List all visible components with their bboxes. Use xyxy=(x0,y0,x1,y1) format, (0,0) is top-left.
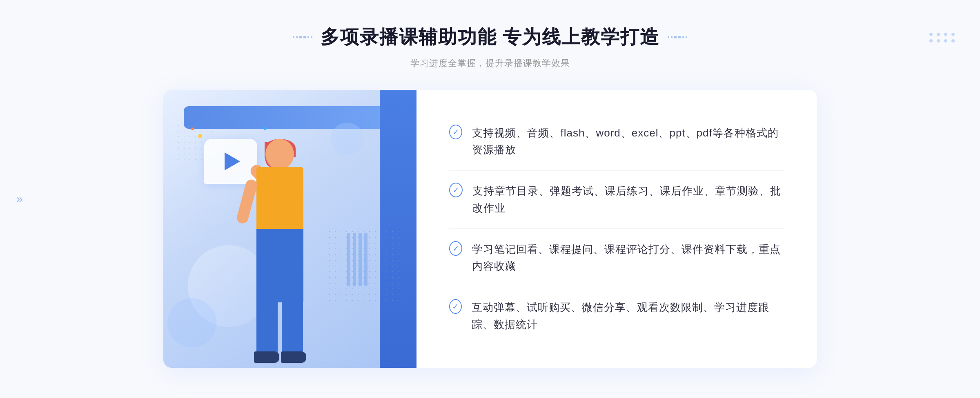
figure-shoe-right xyxy=(281,351,306,363)
check-icon-3: ✓ xyxy=(449,241,462,256)
deco-dot-sm xyxy=(682,36,684,38)
deco-dot-sm xyxy=(296,36,298,38)
left-decoration: » xyxy=(16,193,23,205)
page-title: 多项录播课辅助功能 专为线上教学打造 xyxy=(321,25,660,50)
feature-text-1: 支持视频、音频、flash、word、excel、ppt、pdf等各种格式的资源… xyxy=(472,125,784,159)
page-subtitle: 学习进度全掌握，提升录播课教学效果 xyxy=(0,57,980,69)
title-row: 多项录播课辅助功能 专为线上教学打造 xyxy=(0,25,980,50)
header-section: 多项录播课辅助功能 专为线上教学打造 学习进度全掌握，提升录播课教学效果 xyxy=(0,0,980,69)
check-icon-4: ✓ xyxy=(449,299,462,314)
deco-dot xyxy=(299,36,302,38)
chevron-icon: » xyxy=(16,193,23,205)
feature-text-2: 支持章节目录、弹题考试、课后练习、课后作业、章节测验、批改作业 xyxy=(472,183,784,217)
feature-item-1: ✓ 支持视频、音频、flash、word、excel、ppt、pdf等各种格式的… xyxy=(449,116,784,167)
circle-decoration-3 xyxy=(331,123,363,155)
check-icon-1: ✓ xyxy=(449,125,462,139)
figure-shoe-left xyxy=(254,351,279,363)
feature-item-3: ✓ 学习笔记回看、课程提问、课程评论打分、课件资料下载，重点内容收藏 xyxy=(449,233,784,283)
check-mark-3: ✓ xyxy=(452,244,459,253)
illustration-panel xyxy=(163,90,416,368)
deco-dot xyxy=(303,36,306,38)
figure-arm-down xyxy=(236,178,258,224)
feature-item-4: ✓ 互动弹幕、试听购买、微信分享、观看次数限制、学习进度跟踪、数据统计 xyxy=(449,291,784,341)
figure-leg-right xyxy=(282,298,303,356)
check-icon-2: ✓ xyxy=(449,183,463,197)
feature-item-2: ✓ 支持章节目录、弹题考试、课后练习、课后作业、章节测验、批改作业 xyxy=(449,174,784,225)
figure-leg-left xyxy=(256,298,278,356)
deco-dot-sm xyxy=(293,36,294,38)
arrow-row: » xyxy=(16,193,23,205)
content-card: ✓ 支持视频、音频、flash、word、excel、ppt、pdf等各种格式的… xyxy=(163,90,817,368)
stripes-decoration xyxy=(347,233,368,286)
title-decoration-right xyxy=(668,36,687,38)
page-container: » 多项录播课辅助功能 专为线上教学打造 xyxy=(0,0,980,398)
feature-text-3: 学习笔记回看、课程提问、课程评论打分、课件资料下载，重点内容收藏 xyxy=(472,241,784,275)
check-mark-4: ✓ xyxy=(452,302,459,311)
stripe xyxy=(359,233,362,286)
features-panel: ✓ 支持视频、音频、flash、word、excel、ppt、pdf等各种格式的… xyxy=(416,90,817,368)
sparkle-icon-3 xyxy=(263,127,267,130)
feature-divider-2 xyxy=(449,228,784,229)
check-mark-1: ✓ xyxy=(452,128,459,136)
sparkle-icon-2 xyxy=(191,127,194,130)
circle-decoration-2 xyxy=(167,298,216,347)
check-mark-2: ✓ xyxy=(452,186,459,194)
feature-text-4: 互动弹幕、试听购买、微信分享、观看次数限制、学习进度跟踪、数据统计 xyxy=(472,299,784,333)
feature-divider-1 xyxy=(449,170,784,171)
feature-divider-3 xyxy=(449,287,784,287)
deco-dot-sm xyxy=(668,36,669,38)
figure-body xyxy=(256,167,303,232)
stripe xyxy=(353,233,356,286)
title-decoration-left xyxy=(293,36,312,38)
deco-dot-sm xyxy=(311,36,312,38)
sparkle-icon-1 xyxy=(198,134,202,138)
deco-dot-sm xyxy=(671,36,673,38)
stripe xyxy=(364,233,368,286)
figure-pants xyxy=(256,229,303,302)
figure-head xyxy=(265,139,294,170)
deco-dot xyxy=(678,36,681,38)
human-figure-illustration xyxy=(220,139,335,368)
deco-dot-sm xyxy=(307,36,309,38)
deco-dot-sm xyxy=(686,36,687,38)
stripe xyxy=(347,233,350,286)
deco-dot xyxy=(674,36,677,38)
